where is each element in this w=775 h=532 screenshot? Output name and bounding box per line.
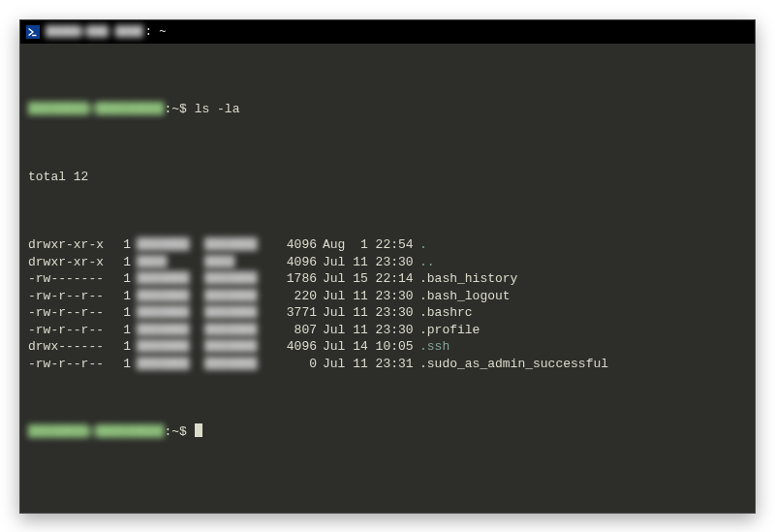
total-line: total 12 [28,169,747,186]
file-links: 1 [115,322,131,339]
file-group: ███████ [204,338,272,356]
file-group: ████ [204,254,272,271]
file-size: 807 [272,322,317,339]
file-date: Aug 1 22:54 [323,236,419,254]
file-group: ███████ [204,356,272,373]
file-date: Jul 11 23:30 [323,254,419,271]
file-group: ███████ [204,304,272,322]
file-owner: ███████ [137,236,204,254]
file-name: .ssh [419,338,450,356]
prompt-user: ████████@█████████ [28,424,164,439]
file-owner: ███████ [137,338,204,356]
list-item: -rw-r--r--1██████████████3771Jul 11 23:3… [28,304,747,322]
file-permissions: -rw-r--r-- [28,288,115,305]
prompt-path: :~$ [164,102,186,116]
file-links: 1 [115,270,131,288]
file-name: .. [419,254,435,271]
powershell-icon [26,25,40,39]
file-name: .profile [419,322,480,339]
title-path: : ~ [145,25,167,39]
file-size: 4096 [272,236,317,254]
file-links: 1 [115,288,131,305]
titlebar[interactable]: █████@███-████ : ~ [20,20,755,44]
list-item: -rw-r--r--1██████████████807Jul 11 23:30… [28,322,747,339]
file-links: 1 [115,304,131,322]
list-item: drwxr-xr-x1████████4096Jul 11 23:30.. [28,254,747,271]
terminal-window: █████@███-████ : ~ ████████@█████████:~$… [19,19,756,514]
prompt-line-2: ████████@█████████:~$ [28,423,747,441]
file-permissions: -rw-r--r-- [28,356,115,373]
file-permissions: -rw-r--r-- [28,304,115,322]
file-size: 4096 [272,254,317,271]
prompt-path: :~$ [164,424,186,439]
list-item: -rw-------1██████████████1786Jul 15 22:1… [28,270,747,288]
list-item: -rw-r--r--1██████████████220Jul 11 23:30… [28,288,747,305]
file-group: ███████ [204,270,272,288]
file-name: .bash_history [419,270,517,288]
file-size: 220 [272,288,317,305]
file-links: 1 [115,338,131,356]
file-owner: ███████ [137,270,204,288]
list-item: drwx------1██████████████4096Jul 14 10:0… [28,338,747,356]
prompt-line-1: ████████@█████████:~$ ls -la [28,101,747,118]
file-owner: ███████ [137,288,204,305]
file-name: .sudo_as_admin_successful [419,356,608,373]
file-size: 1786 [272,270,317,288]
file-group: ███████ [204,288,272,305]
list-item: -rw-r--r--1██████████████0Jul 11 23:31.s… [28,356,747,373]
file-permissions: -rw------- [28,270,115,288]
file-permissions: drwxr-xr-x [28,254,115,271]
file-permissions: drwx------ [28,338,115,356]
file-owner: ███████ [137,304,204,322]
file-links: 1 [115,254,131,271]
file-date: Jul 11 23:30 [323,322,419,339]
file-owner: ███████ [137,356,204,373]
file-group: ███████ [204,322,272,339]
file-links: 1 [115,356,131,373]
file-links: 1 [115,236,131,254]
file-owner: ███████ [137,322,204,339]
prompt-user: ████████@█████████ [28,102,164,116]
file-name: .bash_logout [419,288,511,305]
file-name: . [419,236,427,254]
file-date: Jul 11 23:31 [323,356,419,373]
window-title: █████@███-████ : ~ [46,25,166,39]
file-date: Jul 11 23:30 [323,304,419,322]
cursor-icon [195,423,202,437]
file-size: 4096 [272,338,317,356]
terminal-body[interactable]: ████████@█████████:~$ ls -la total 12 dr… [20,44,755,513]
file-permissions: drwxr-xr-x [28,236,115,254]
command-text: ls -la [195,102,240,116]
file-group: ███████ [204,236,272,254]
list-item: drwxr-xr-x1██████████████4096Aug 1 22:54… [28,236,747,254]
file-size: 3771 [272,304,317,322]
title-user-blur: █████@███-████ [46,25,143,39]
file-owner: ████ [137,254,204,271]
file-name: .bashrc [419,304,473,322]
file-listing: drwxr-xr-x1██████████████4096Aug 1 22:54… [28,236,747,372]
file-size: 0 [272,356,317,373]
file-date: Jul 11 23:30 [323,288,419,305]
file-date: Jul 15 22:14 [323,270,419,288]
file-permissions: -rw-r--r-- [28,322,115,339]
file-date: Jul 14 10:05 [323,338,419,356]
